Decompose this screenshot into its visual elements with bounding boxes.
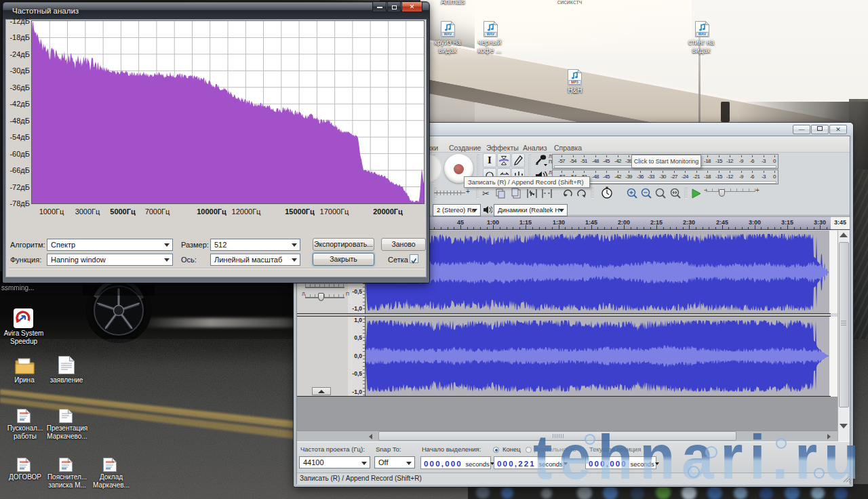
svg-text:✂: ✂ <box>482 188 490 199</box>
svg-text:MP3: MP3 <box>571 80 578 84</box>
svg-text:WAV: WAV <box>444 32 452 36</box>
svg-text:WAV: WAV <box>487 32 495 36</box>
svg-text:WAV: WAV <box>698 32 707 36</box>
